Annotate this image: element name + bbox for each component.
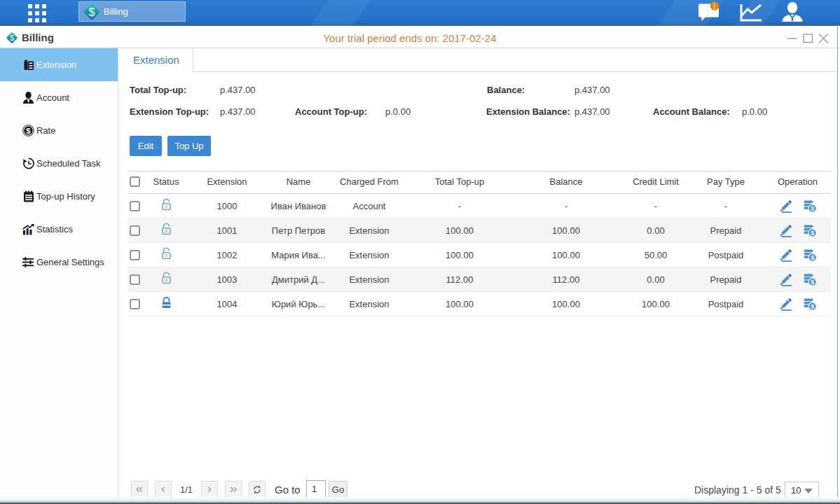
svg-text:$: $ [811, 303, 814, 310]
svg-text:$: $ [26, 127, 31, 135]
svg-text:$: $ [811, 230, 814, 237]
svg-text:$: $ [811, 254, 814, 261]
svg-text:$: $ [89, 6, 95, 18]
svg-text:$: $ [811, 279, 814, 286]
svg-text:$: $ [811, 205, 814, 212]
svg-text:!: ! [713, 3, 715, 10]
